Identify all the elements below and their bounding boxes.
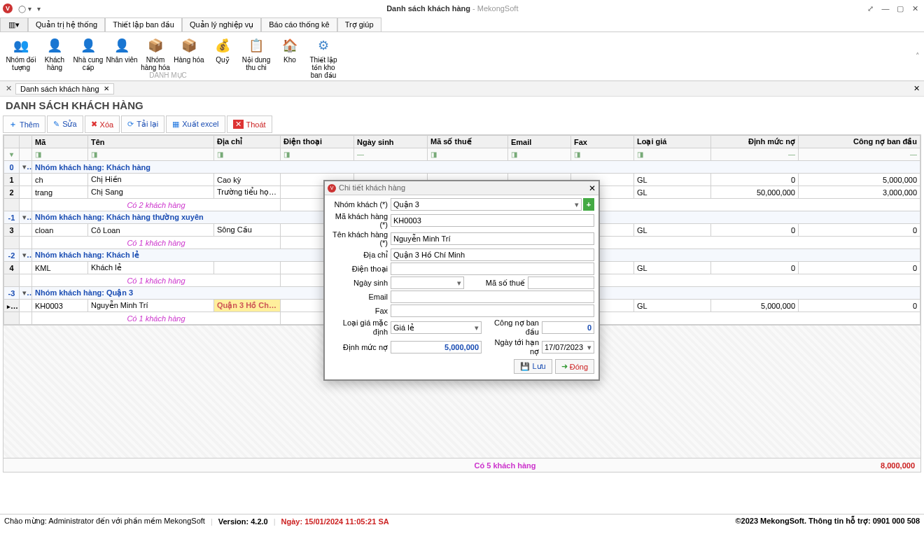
ribbon-collapse-icon[interactable]: ˄ [916, 52, 920, 61]
lbl-diachi: Địa chỉ [329, 251, 391, 260]
lbl-email: Email [329, 293, 391, 301]
ribbon-group-label: DANH MỤC [0, 71, 336, 79]
input-nhom-khach[interactable]: Quận 3 [391, 198, 582, 211]
doc-tab-customers[interactable]: Danh sách khách hàng ✕ [15, 83, 114, 94]
col-dinhmucno[interactable]: Định mức nợ [711, 136, 799, 148]
header-row: Mã Tên Địa chỉ Điện thoại Ngày sinh Mã s… [4, 136, 920, 148]
input-congno[interactable]: 0 [542, 321, 594, 334]
input-diachi[interactable]: Quận 3 Hồ Chí Minh [391, 248, 594, 261]
lbl-masothue: Mã số thuế [464, 279, 528, 288]
input-ten-khach[interactable]: Nguyễn Minh Trí [391, 232, 594, 245]
lbl-nhom: Nhóm khách (*) [329, 200, 391, 209]
customer-detail-dialog: V Chi tiết khách hàng ✕ Nhóm khách (*)Qu… [323, 180, 600, 381]
dialog-close-button[interactable]: ➜Đóng [555, 359, 594, 374]
group-row[interactable]: 0▾Nhóm khách hàng: Khách hàng [4, 161, 920, 174]
input-ngaysinh[interactable] [391, 276, 464, 289]
toolbar: ＋Thêm ✎Sửa ✖Xóa ⟳Tải lại ▦Xuất excel ✕Th… [0, 114, 924, 134]
menu-tab-setup[interactable]: Thiết lập ban đầu [105, 18, 182, 31]
close-icon[interactable]: ✕ [909, 4, 921, 13]
dialog-save-button[interactable]: 💾Lưu [514, 359, 552, 374]
menu-tabs: ▥▾ Quản trị hệ thống Thiết lập ban đầu Q… [0, 17, 924, 32]
col-fax[interactable]: Fax [571, 136, 634, 148]
doc-tab-close-icon[interactable]: ✕ [104, 85, 109, 92]
lbl-hanno: Ngày tới hạn nợ [482, 338, 542, 356]
reload-button[interactable]: ⟳Tải lại [121, 115, 164, 133]
lbl-fax: Fax [329, 307, 391, 315]
ribbon-toggle-icon[interactable]: ⤢ [864, 4, 877, 13]
col-ma[interactable]: Mã [32, 136, 88, 148]
col-diachi[interactable]: Địa chỉ [214, 136, 281, 148]
status-version: Version: 4.2.0 [218, 517, 268, 526]
ribbon: 👥Nhóm đối tượng👤Khách hàng👤Nhà cung cấp👤… [0, 32, 924, 81]
input-hanno[interactable]: 17/07/2023 [542, 341, 594, 354]
col-email[interactable]: Email [508, 136, 571, 148]
dialog-close-icon[interactable]: ✕ [589, 183, 596, 193]
col-ten[interactable]: Tên [88, 136, 214, 148]
doc-tabs-close-all-icon[interactable]: ✕ [913, 84, 920, 93]
input-fax[interactable] [391, 304, 594, 317]
window-title: Danh sách khách hàng - MekongSoft [41, 4, 864, 13]
add-nhom-button[interactable]: + [583, 198, 594, 211]
menu-tab-admin[interactable]: Quản trị hệ thống [28, 18, 105, 31]
document-tabs: ✕ Danh sách khách hàng ✕ ✕ [0, 81, 924, 97]
grid-footer: Có 5 khách hàng 8,000,000 [3, 458, 921, 472]
edit-button[interactable]: ✎Sửa [47, 115, 83, 133]
col-ngaysinh[interactable]: Ngày sinh [354, 136, 428, 148]
footer-total: 8,000,000 [881, 461, 920, 470]
export-excel-button[interactable]: ▦Xuất excel [166, 115, 225, 133]
minimize-icon[interactable]: — [879, 4, 892, 13]
filter-row[interactable]: ▾ ◨◨◨◨—◨◨◨◨—— [4, 148, 920, 161]
exit-button[interactable]: ✕Thoát [227, 115, 272, 133]
col-masothue[interactable]: Mã số thuế [428, 136, 508, 148]
dialog-title-text: Chi tiết khách hàng [339, 183, 589, 192]
menu-tab-operations[interactable]: Quản lý nghiệp vụ [182, 18, 261, 31]
dialog-icon: V [328, 184, 336, 192]
status-bar: Chào mừng: Administrator đến với phần mề… [0, 514, 924, 528]
menu-tab-help[interactable]: Trợ giúp [337, 18, 382, 31]
file-menu-button[interactable]: ▥▾ [0, 18, 28, 31]
input-ma-khach[interactable]: KH0003 [391, 214, 594, 227]
input-email[interactable] [391, 290, 594, 303]
status-welcome: Chào mừng: Administrator đến với phần mề… [4, 517, 205, 526]
app-icon: V [3, 4, 13, 13]
col-loaigia[interactable]: Loại giá [634, 136, 711, 148]
status-date: Ngày: 15/01/2024 11:05:21 SA [281, 517, 389, 526]
page-title: DANH SÁCH KHÁCH HÀNG [0, 97, 924, 114]
lbl-ten: Tên khách hàng (*) [329, 230, 391, 247]
lbl-congno: Công nợ ban đầu [482, 318, 542, 337]
lbl-loaigia: Loại giá mặc định [329, 318, 391, 337]
input-loaigia[interactable]: Giá lẻ [391, 321, 482, 334]
menu-tab-reports[interactable]: Báo cáo thống kê [261, 18, 337, 31]
input-masothue[interactable] [528, 276, 594, 289]
input-dienthoai[interactable] [391, 262, 594, 275]
lbl-dienthoai: Điện thoại [329, 265, 391, 274]
dialog-titlebar[interactable]: V Chi tiết khách hàng ✕ [325, 181, 598, 195]
doc-tab-label: Danh sách khách hàng [20, 85, 99, 93]
status-copyright: ©2023 MekongSoft. Thông tin hỗ trợ: 0901… [735, 517, 920, 526]
lbl-ngaysinh: Ngày sinh [329, 279, 391, 287]
footer-count: Có 5 khách hàng [4, 461, 881, 470]
doc-tab-prev-close[interactable]: ✕ [3, 84, 14, 93]
col-dienthoai[interactable]: Điện thoại [281, 136, 354, 148]
quick-access-dropdown[interactable]: ◯ ▾ [18, 5, 31, 13]
title-bar: V ◯ ▾ ▾ Danh sách khách hàng - MekongSof… [0, 0, 924, 17]
maximize-icon[interactable]: ▢ [894, 4, 906, 13]
col-congnobandau[interactable]: Công nợ ban đầu [799, 136, 920, 148]
add-button[interactable]: ＋Thêm [3, 115, 46, 133]
lbl-ma: Mã khách hàng (*) [329, 212, 391, 229]
input-dinhmuc[interactable]: 5,000,000 [391, 341, 482, 354]
delete-button[interactable]: ✖Xóa [85, 115, 120, 133]
lbl-dinhmuc: Định mức nợ [329, 343, 391, 352]
